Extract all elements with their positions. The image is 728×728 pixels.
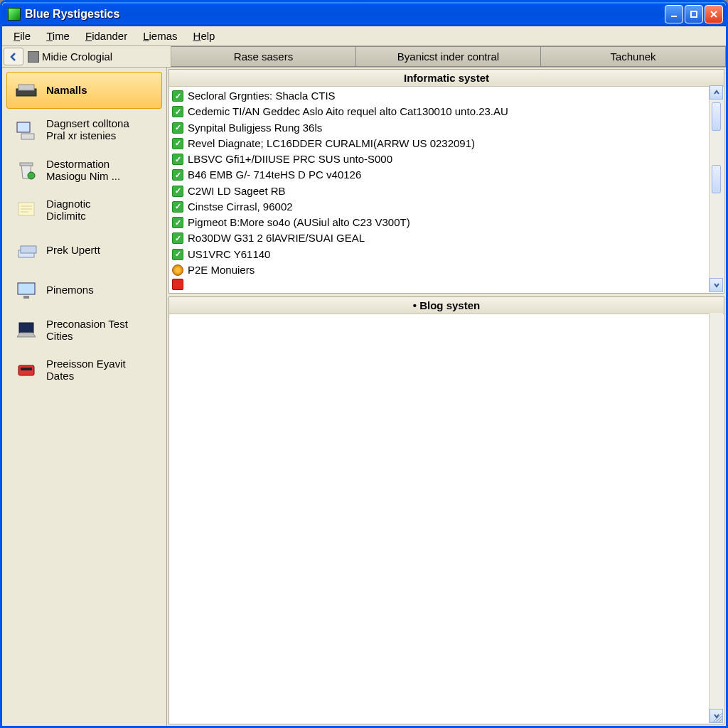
sidebar-item-preeisson-eyavit[interactable]: Preeisson EyavitDates — [6, 350, 162, 390]
sidebar-item-preconasion-test[interactable]: Preconasion TestCities — [6, 311, 162, 350]
scanner-icon — [14, 78, 39, 102]
maximize-button[interactable] — [685, 5, 703, 23]
sidebar-item-label: Prek Upertt — [46, 244, 155, 256]
panel-bottom-body — [169, 314, 724, 724]
check-icon — [172, 154, 183, 165]
sidebar-item-pinemons[interactable]: Pinemons — [6, 271, 162, 309]
svg-rect-1 — [691, 11, 697, 17]
list-item-text: Synpital Buligjess Rung 36ls — [188, 121, 322, 135]
panel-bottom: • Blog systen — [168, 296, 724, 724]
svg-rect-6 — [17, 122, 30, 132]
svg-rect-17 — [23, 296, 29, 299]
list-item-text: Cedemic TI/AN Geddec Aslo Aito requel al… — [188, 105, 508, 119]
list-item-text: P2E Monuiers — [188, 263, 255, 277]
list-item[interactable]: Pigmeot B:More so4o (AUSiul alto C23 V30… — [172, 215, 721, 230]
list-item-text: US1VRC Y61140 — [188, 247, 270, 262]
list-item[interactable]: LBSVC Gfi1+/DIIUSE PRC SUS unto-S000 — [172, 151, 721, 167]
resize-grip[interactable] — [712, 712, 722, 722]
list-item[interactable]: Ro30DW G31 2 6lAVRIE/SUAI GEAL — [172, 230, 721, 246]
menu-bar: FileTimeFidanderLiemasHelp — [2, 26, 726, 46]
scroll-thumb[interactable] — [712, 165, 721, 193]
list-item[interactable]: Cedemic TI/AN Geddec Aslo Aito requel al… — [172, 104, 721, 119]
sidebar-item-dagnsert-colltona[interactable]: Dagnsert colltonaPral xr istenies — [6, 110, 162, 149]
panel-bottom-title: • Blog systen — [169, 297, 724, 314]
app-icon — [8, 8, 21, 21]
list-item[interactable]: Revel Diagnate; LC16DDER CURALMI(ARRW US… — [172, 136, 721, 151]
breadcrumb-label: Midie Crologial — [42, 50, 112, 63]
monitor-icon — [14, 278, 39, 302]
list-item[interactable]: C2WI LD Sageet RB — [172, 183, 721, 199]
scrollbar[interactable] — [709, 85, 723, 292]
bin-icon — [14, 158, 39, 182]
list-item[interactable]: Cinstse Cirrasl, 96002 — [172, 199, 721, 215]
window-title: Blue Rystigestics — [25, 8, 665, 21]
menu-file[interactable]: File — [6, 28, 38, 44]
panel-top: Informatic systet Secloral Grgnties: Sha… — [168, 69, 724, 294]
breadcrumb-icon — [28, 51, 39, 63]
sidebar-item-label: Preeisson EyavitDates — [46, 358, 155, 382]
list-item[interactable] — [172, 278, 721, 291]
minimize-button[interactable] — [665, 5, 683, 23]
list-item[interactable]: US1VRC Y61140 — [172, 247, 721, 262]
laptop-icon — [14, 318, 39, 342]
body: NamallsDagnsert colltonaPral xr istenies… — [2, 68, 726, 726]
list-item-text: Pigmeot B:More so4o (AUSiul alto C23 V30… — [188, 215, 410, 230]
svg-point-9 — [28, 172, 35, 179]
note-icon — [14, 198, 39, 222]
sidebar-item-label: DestormationMasiogu Nim ... — [46, 158, 155, 183]
sidebar-item-namalls[interactable]: Namalls — [6, 72, 162, 109]
svg-rect-15 — [21, 246, 36, 253]
list-item-text: B46 EMB G/- 714teHS D PC v40126 — [188, 168, 361, 182]
svg-rect-8 — [20, 163, 33, 166]
breadcrumb[interactable]: Midie Crologial — [25, 46, 171, 67]
sidebar-item-label: Preconasion TestCities — [46, 318, 155, 343]
list-item[interactable]: P2E Monuiers — [172, 262, 721, 278]
sidebar-item-destormation[interactable]: DestormationMasiogu Nim ... — [6, 151, 162, 190]
app-window: Blue Rystigestics FileTimeFidanderLiemas… — [0, 0, 728, 728]
nav-row: Midie Crologial Rase sasersByanicst inde… — [2, 46, 726, 68]
check-icon — [172, 106, 183, 117]
check-icon — [172, 122, 183, 134]
svg-rect-21 — [21, 368, 32, 370]
check-icon — [172, 186, 183, 197]
scrollbar[interactable] — [709, 313, 723, 723]
list-item-text: Secloral Grgnties: Shacla CTIS — [188, 89, 336, 103]
check-icon — [172, 90, 183, 102]
menu-help[interactable]: Help — [186, 28, 223, 44]
title-bar: Blue Rystigestics — [2, 2, 726, 26]
sidebar-item-label: Pinemons — [46, 284, 155, 296]
scroll-thumb[interactable] — [712, 102, 721, 131]
sidebar-item-label: Namalls — [46, 84, 155, 96]
menu-fidander[interactable]: Fidander — [78, 28, 134, 44]
list-item[interactable]: Secloral Grgnties: Shacla CTIS — [172, 88, 721, 104]
main-area: Informatic systet Secloral Grgnties: Sha… — [167, 68, 726, 726]
tab-byanicst-inder-contral[interactable]: Byanicst inder contral — [356, 46, 541, 67]
menu-liemas[interactable]: Liemas — [136, 28, 184, 44]
back-button[interactable] — [4, 48, 23, 65]
scroll-up-button[interactable] — [710, 85, 723, 100]
window-controls — [665, 5, 723, 23]
check-icon — [172, 169, 183, 181]
stack-icon — [14, 238, 39, 262]
list-item-text: Cinstse Cirrasl, 96002 — [188, 200, 293, 214]
sidebar-item-diagnotic[interactable]: DiagnoticDiclimitc — [6, 191, 162, 230]
close-button[interactable] — [705, 5, 723, 23]
svg-rect-16 — [18, 283, 35, 294]
list-item[interactable]: Synpital Buligjess Rung 36ls — [172, 120, 721, 136]
check-icon — [172, 201, 183, 213]
tab-tachunek[interactable]: Tachunek — [541, 46, 726, 67]
device-icon — [14, 358, 39, 382]
menu-time[interactable]: Time — [39, 28, 77, 44]
list-item[interactable]: B46 EMB G/- 714teHS D PC v40126 — [172, 167, 721, 183]
tabs-bar: Rase sasersByanicst inder contralTachune… — [171, 46, 726, 67]
scroll-down-button[interactable] — [710, 278, 723, 292]
svg-marker-19 — [17, 333, 36, 337]
error-icon — [172, 279, 183, 290]
info-list[interactable]: Secloral Grgnties: Shacla CTISCedemic TI… — [169, 87, 724, 293]
tab-rase-sasers[interactable]: Rase sasers — [171, 46, 356, 67]
sidebar: NamallsDagnsert colltonaPral xr istenies… — [2, 68, 167, 726]
sidebar-item-prek-upertt[interactable]: Prek Upertt — [6, 231, 162, 269]
sidebar-item-label: DiagnoticDiclimitc — [46, 198, 155, 223]
list-item-text: C2WI LD Sageet RB — [188, 184, 286, 198]
list-item-text: Revel Diagnate; LC16DDER CURALMI(ARRW US… — [188, 136, 475, 151]
